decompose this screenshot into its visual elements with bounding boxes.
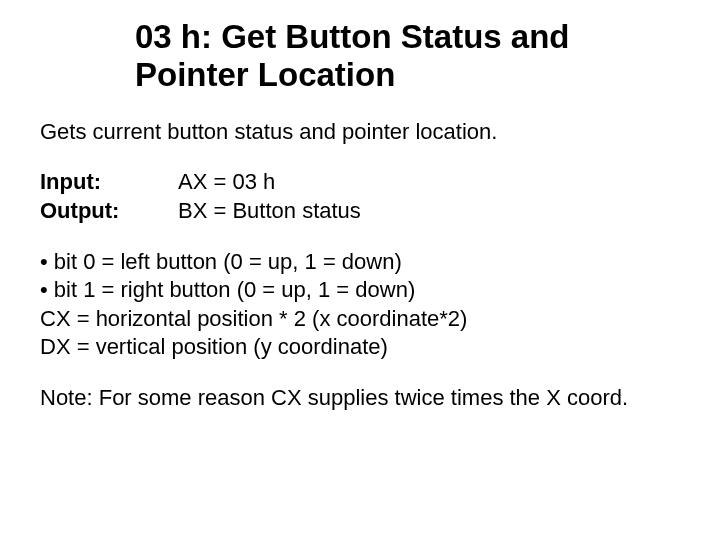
- input-value: AX = 03 h: [178, 168, 275, 197]
- output-row: Output: BX = Button status: [40, 197, 680, 226]
- description-text: Gets current button status and pointer l…: [40, 118, 680, 147]
- output-value: BX = Button status: [178, 197, 361, 226]
- details-block: • bit 0 = left button (0 = up, 1 = down)…: [40, 248, 680, 362]
- input-label: Input:: [40, 168, 178, 197]
- title-line-1: 03 h: Get Button Status and: [135, 18, 570, 55]
- detail-line-2: • bit 1 = right button (0 = up, 1 = down…: [40, 276, 680, 305]
- slide-title: 03 h: Get Button Status and Pointer Loca…: [135, 18, 680, 94]
- detail-line-1: • bit 0 = left button (0 = up, 1 = down): [40, 248, 680, 277]
- io-block: Input: AX = 03 h Output: BX = Button sta…: [40, 168, 680, 225]
- note-text: Note: For some reason CX supplies twice …: [40, 384, 680, 413]
- output-label: Output:: [40, 197, 178, 226]
- detail-line-4: DX = vertical position (y coordinate): [40, 333, 680, 362]
- detail-line-3: CX = horizontal position * 2 (x coordina…: [40, 305, 680, 334]
- title-line-2: Pointer Location: [135, 56, 395, 93]
- input-row: Input: AX = 03 h: [40, 168, 680, 197]
